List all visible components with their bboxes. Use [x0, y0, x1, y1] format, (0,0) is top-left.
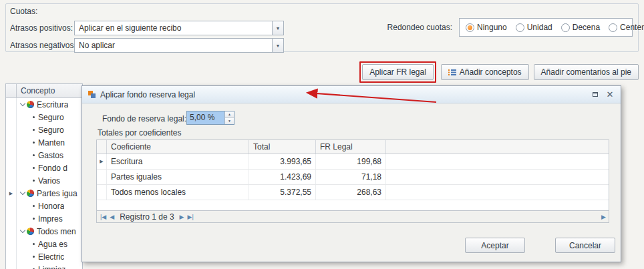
radio-label: Ninguno [477, 23, 507, 32]
prev-record-button[interactable]: ◀ [110, 214, 114, 220]
spin-up-icon[interactable]: ▲ [225, 111, 234, 118]
radio-selected-icon[interactable] [466, 23, 474, 32]
anadir-conceptos-button[interactable]: Añadir conceptos [441, 64, 529, 80]
bullet-icon [33, 167, 35, 169]
aceptar-button[interactable]: Aceptar [465, 238, 525, 253]
restore-icon[interactable] [590, 90, 601, 99]
radio-ninguno[interactable]: Ninguno [466, 23, 507, 32]
tree-row[interactable]: Varios [6, 174, 82, 187]
app-icon [88, 90, 96, 99]
tree-item-label: Partes igua [37, 189, 77, 198]
bullet-icon [33, 256, 35, 258]
row-indicator-arrow: ▶ [97, 154, 107, 169]
chevron-down-icon[interactable] [20, 101, 25, 106]
chevron-down-icon[interactable] [20, 190, 25, 195]
coeficiente-column-header[interactable]: Coeficiente [107, 140, 249, 154]
concepto-column-header[interactable]: Concepto [17, 84, 82, 97]
tree-item-label: Gastos [38, 151, 63, 160]
first-record-button[interactable]: |◀ [100, 214, 106, 220]
tree-item-label: Escritura [37, 100, 68, 109]
fr-legal-cell: 199,68 [316, 154, 386, 169]
atrasos-positivos-value: Aplicar en el siguiente recibo [75, 23, 272, 33]
radio-label: Unidad [527, 23, 552, 32]
coeficientes-grid: Coeficiente Total FR Legal ▶ Escritura 3… [96, 140, 609, 223]
tree-row[interactable]: Gastos [6, 149, 82, 162]
fr-legal-cell: 71,18 [316, 170, 386, 184]
fr-legal-column-header[interactable]: FR Legal [316, 140, 386, 154]
coeficiente-cell: Todos menos locales [107, 185, 249, 200]
tree-row[interactable]: Todos men [6, 225, 82, 238]
totales-label: Totales por coeficientes [98, 128, 181, 138]
radio-decena[interactable]: Decena [561, 23, 600, 32]
spin-down-icon[interactable]: ▼ [225, 118, 234, 124]
atrasos-negativos-select[interactable]: No aplicar ▼ [74, 38, 284, 53]
radio-icon[interactable] [609, 23, 617, 32]
fr-legal-cell: 268,63 [316, 185, 386, 200]
tree-item-label: Electric [38, 252, 64, 262]
radio-label: Decena [573, 23, 600, 32]
last-record-button[interactable]: ▶| [188, 214, 194, 220]
radio-icon[interactable] [516, 23, 524, 32]
total-cell: 1.423,69 [249, 170, 316, 184]
grid-header: Coeficiente Total FR Legal [97, 140, 609, 154]
anadir-comentarios-button[interactable]: Añadir comentarios al pie [534, 64, 639, 80]
tree-row[interactable]: Seguro [6, 111, 82, 123]
cancelar-button[interactable]: Cancelar [555, 238, 615, 253]
chevron-down-icon[interactable]: ▼ [272, 21, 283, 35]
table-row[interactable]: Todos menos locales 5.372,55 268,63 [97, 185, 609, 200]
atrasos-negativos-label: Atrasos negativos: [10, 41, 76, 50]
button-label: Añadir conceptos [460, 67, 522, 77]
tree-item-label: Fondo d [38, 164, 67, 173]
atrasos-positivos-select[interactable]: Aplicar en el siguiente recibo ▼ [74, 21, 284, 35]
bullet-icon [33, 142, 35, 144]
tree-row[interactable]: Seguro [6, 123, 82, 136]
next-record-button[interactable]: ▶ [180, 214, 184, 220]
bullet-icon [33, 116, 35, 118]
record-counter: Registro 1 de 3 [120, 212, 174, 222]
fondo-reserva-spin-edit[interactable]: 5,00 % ▲ ▼ [186, 111, 234, 125]
tree-item-label: Manten [38, 138, 65, 148]
cuotas-caption: Cuotas: [10, 7, 37, 16]
bullet-icon [33, 180, 35, 182]
tree-header: Concepto [6, 84, 82, 98]
close-icon[interactable]: ✕ [605, 90, 615, 99]
tree-row[interactable]: Fondo d [6, 162, 82, 174]
bullet-icon [33, 154, 35, 156]
bullet-icon [33, 129, 35, 131]
chevron-down-icon[interactable]: ▼ [272, 39, 283, 52]
redondeo-label: Redondeo cuotas: [387, 23, 452, 32]
tree-row[interactable]: Limpiez [6, 263, 82, 269]
list-icon [448, 69, 456, 76]
radio-icon[interactable] [561, 23, 570, 32]
table-row[interactable]: ▶ Escritura 3.993,65 199,68 [97, 154, 609, 170]
tree-row[interactable]: Manten [6, 136, 82, 149]
grid-empty-area [97, 200, 609, 210]
tree-row[interactable]: Impres [6, 212, 82, 225]
indicator-column-header [6, 84, 17, 97]
tree-row[interactable]: Electric [6, 250, 82, 263]
tree-item-label: Honora [38, 202, 64, 211]
fondo-reserva-value[interactable]: 5,00 % [187, 111, 224, 124]
scroll-right-arrow[interactable]: ▶ [601, 214, 606, 220]
bullet-icon [33, 205, 35, 207]
tree-row[interactable]: Escritura [6, 98, 82, 111]
dialog-titlebar[interactable]: Aplicar fondo reserva legal ✕ [82, 86, 621, 103]
record-navigator: |◀ ◀ Registro 1 de 3 ▶ ▶| ▶ [97, 210, 609, 222]
chevron-down-icon[interactable] [20, 228, 25, 233]
tree-item-label: Seguro [38, 125, 64, 135]
tree-item-label: Agua es [38, 240, 67, 249]
tree-row[interactable]: Honora [6, 200, 82, 212]
button-label: Aplicar FR legal [369, 67, 426, 77]
tree-row[interactable]: Agua es [6, 238, 82, 250]
tree-item-label: Seguro [38, 113, 64, 122]
pie-chart-icon [27, 190, 34, 197]
table-row[interactable]: Partes iguales 1.423,69 71,18 [97, 170, 609, 185]
radio-centena[interactable]: Centena [609, 23, 644, 32]
actions-row: Aplicar FR legal Añadir conceptos Añadir… [359, 61, 639, 83]
total-column-header[interactable]: Total [249, 140, 316, 154]
tree-row[interactable]: ▶Partes igua [6, 187, 82, 200]
radio-unidad[interactable]: Unidad [516, 23, 552, 32]
aplicar-fr-legal-button[interactable]: Aplicar FR legal [362, 64, 434, 80]
total-cell: 3.993,65 [249, 154, 316, 169]
tree-item-label: Todos men [37, 227, 76, 236]
